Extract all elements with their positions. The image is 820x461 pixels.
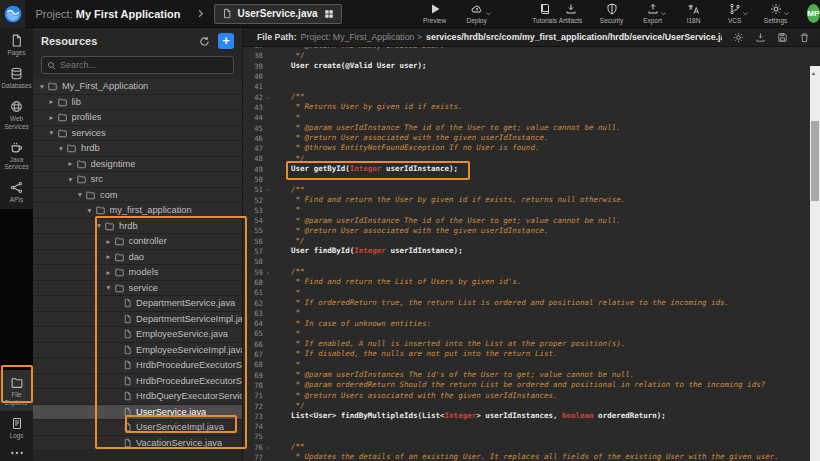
code-line-41[interactable]: 41 bbox=[243, 82, 810, 92]
code-line-42[interactable]: 42- /** bbox=[243, 92, 810, 102]
sidebar-item-apis[interactable]: APIs bbox=[0, 175, 33, 208]
tree-item-hrdbprocedureexecutorse[interactable]: HrdbProcedureExecutorSe bbox=[33, 358, 242, 374]
chevron-expanded-icon[interactable]: ▾ bbox=[47, 128, 57, 137]
code-line-67[interactable]: 67 * If disabled, the nulls are not put … bbox=[243, 349, 810, 359]
code-area[interactable]: 37 * @return The newly created User.38 *… bbox=[243, 47, 820, 461]
topbar-button-export[interactable]: Export bbox=[640, 3, 666, 24]
tree-item-service[interactable]: ▾service bbox=[33, 281, 242, 297]
topbar-button-vcs[interactable]: VCS bbox=[722, 3, 748, 24]
code-line-53[interactable]: 53 * bbox=[243, 205, 810, 215]
chevron-right-icon[interactable] bbox=[195, 8, 206, 19]
tree-item-departmentservice-java[interactable]: DepartmentService.java bbox=[33, 296, 242, 312]
topbar-button-preview[interactable]: Preview bbox=[422, 3, 448, 24]
tree-item-userservice-java[interactable]: UserService.java bbox=[33, 405, 242, 421]
chevron-expanded-icon[interactable]: ▾ bbox=[104, 283, 114, 292]
code-line-75[interactable]: 75 bbox=[243, 432, 810, 442]
code-line-65[interactable]: 65 * bbox=[243, 329, 810, 339]
code-line-51[interactable]: 51- /** bbox=[243, 185, 810, 195]
code-line-47[interactable]: 47 * @throws EntityNotFoundException If … bbox=[243, 143, 810, 153]
grid-icon[interactable] bbox=[324, 9, 334, 19]
code-line-55[interactable]: 55 * @return User associated with the gi… bbox=[243, 226, 810, 236]
tree-item-hrdbprocedureexecutorse[interactable]: HrdbProcedureExecutorSe bbox=[33, 374, 242, 390]
tree-item-hrdbqueryexecutorservice[interactable]: HrdbQueryExecutorService bbox=[33, 389, 242, 405]
code-line-52[interactable]: 52 * Find and return the User by given i… bbox=[243, 195, 810, 205]
fold-marker-icon[interactable]: - bbox=[263, 443, 273, 452]
fold-marker-icon[interactable]: - bbox=[263, 93, 273, 102]
sidebar-item-web-services[interactable]: Web Services bbox=[0, 94, 33, 134]
topbar-button-security[interactable]: Security bbox=[599, 3, 625, 24]
code-line-69[interactable]: 69 * @param userIdInstances The id's of … bbox=[243, 370, 810, 380]
save-icon[interactable] bbox=[777, 32, 788, 43]
chevron-collapsed-icon[interactable]: ▸ bbox=[104, 268, 114, 277]
tree-item-employeeservice-java[interactable]: EmployeeService.java bbox=[33, 327, 242, 343]
code-line-64[interactable]: 64 * In case of unknown entities: bbox=[243, 319, 810, 329]
tree-item-vacationservice-java[interactable]: VacationService.java bbox=[33, 436, 242, 452]
tree-item-services[interactable]: ▾services bbox=[33, 126, 242, 142]
scrollbar-thumb[interactable] bbox=[811, 121, 819, 201]
code-line-40[interactable]: 40 bbox=[243, 71, 810, 81]
code-line-70[interactable]: 70 * @param orderedReturn Should the ret… bbox=[243, 380, 810, 390]
code-line-76[interactable]: 76- /** bbox=[243, 442, 810, 452]
tree-item-controller[interactable]: ▸controller bbox=[33, 234, 242, 250]
tree-item-dao[interactable]: ▸dao bbox=[33, 250, 242, 266]
sidebar-item-item[interactable] bbox=[0, 444, 33, 461]
chevron-expanded-icon[interactable]: ▾ bbox=[37, 82, 47, 91]
editor-scrollbar[interactable]: ▴ bbox=[810, 66, 820, 461]
sidebar-item-pages[interactable]: Pages bbox=[0, 28, 33, 61]
chevron-collapsed-icon[interactable]: ▸ bbox=[47, 97, 57, 106]
search-box[interactable] bbox=[41, 56, 234, 74]
code-line-44[interactable]: 44 * bbox=[243, 113, 810, 123]
tree-item-com[interactable]: ▾com bbox=[33, 188, 242, 204]
code-line-45[interactable]: 45 * @param userIdInstance The id of the… bbox=[243, 123, 810, 133]
code-line-38[interactable]: 38 */ bbox=[243, 51, 810, 61]
tree-item-departmentserviceimpl-jav[interactable]: DepartmentServiceImpl.jav bbox=[33, 312, 242, 328]
chevron-expanded-icon[interactable]: ▾ bbox=[85, 206, 95, 215]
chevron-expanded-icon[interactable]: ▾ bbox=[56, 144, 66, 153]
sidebar-item-file-explorer[interactable]: File Explorer bbox=[0, 370, 33, 410]
topbar-button-settings[interactable]: Settings bbox=[763, 3, 789, 24]
chevron-expanded-icon[interactable]: ▾ bbox=[75, 190, 85, 199]
code-line-63[interactable]: 63 * bbox=[243, 308, 810, 318]
topbar-button-i18n[interactable]: I18N bbox=[681, 3, 707, 24]
code-line-54[interactable]: 54 * @param userIdInstance The id of the… bbox=[243, 216, 810, 226]
topbar-button-artifacts[interactable]: Artifacts bbox=[558, 3, 584, 24]
chevron-collapsed-icon[interactable]: ▸ bbox=[104, 252, 114, 261]
topbar-button-tutorials[interactable]: Tutorials bbox=[532, 3, 558, 24]
tree-item-profiles[interactable]: ▸profiles bbox=[33, 110, 242, 126]
delete-trash-icon[interactable] bbox=[799, 32, 810, 43]
code-line-72[interactable]: 72 */ bbox=[243, 401, 810, 411]
sidebar-item-java-services[interactable]: Java Services bbox=[0, 135, 33, 175]
chevron-collapsed-icon[interactable]: ▸ bbox=[47, 113, 57, 122]
add-resource-button[interactable]: + bbox=[218, 33, 234, 49]
code-line-73[interactable]: 73 List<User> findByMultipleIds(List<Int… bbox=[243, 411, 810, 421]
tree-item-src[interactable]: ▾src bbox=[33, 172, 242, 188]
code-line-59[interactable]: 59- /** bbox=[243, 267, 810, 277]
topbar-button-deploy[interactable]: Deploy bbox=[464, 3, 490, 24]
code-line-48[interactable]: 48 */ bbox=[243, 154, 810, 164]
editor-settings-gear-icon[interactable] bbox=[733, 32, 744, 43]
app-logo[interactable] bbox=[0, 0, 25, 28]
tree-item-lib[interactable]: ▸lib bbox=[33, 95, 242, 111]
code-line-39[interactable]: 39 User create(@Valid User user); bbox=[243, 61, 810, 71]
code-line-66[interactable]: 66 * If enabled, A null is inserted into… bbox=[243, 339, 810, 349]
code-line-62[interactable]: 62 * If orderedReturn true, the return L… bbox=[243, 298, 810, 308]
tree-item-userserviceimpl-java[interactable]: UserServiceImpl.java bbox=[33, 420, 242, 436]
fold-marker-icon[interactable]: - bbox=[263, 268, 273, 277]
code-line-46[interactable]: 46 * @return User associated with the gi… bbox=[243, 133, 810, 143]
code-line-61[interactable]: 61 * bbox=[243, 288, 810, 298]
search-input[interactable] bbox=[60, 60, 228, 70]
tree-item-models[interactable]: ▸models bbox=[33, 265, 242, 281]
code-line-60[interactable]: 60 * Find and return the List of Users b… bbox=[243, 277, 810, 287]
sidebar-item-databases[interactable]: Databases bbox=[0, 61, 33, 94]
tab-userservice-java[interactable]: UserService.java bbox=[214, 4, 342, 24]
tree-item-hrdb[interactable]: ▾hrdb bbox=[33, 219, 242, 235]
tree-item-employeeserviceimpl-java[interactable]: EmployeeServiceImpl.java bbox=[33, 343, 242, 359]
code-line-56[interactable]: 56 */ bbox=[243, 236, 810, 246]
code-line-68[interactable]: 68 * bbox=[243, 360, 810, 370]
chevron-collapsed-icon[interactable]: ▸ bbox=[66, 159, 76, 168]
code-line-57[interactable]: 57 User findById(Integer userIdInstance)… bbox=[243, 246, 810, 256]
fold-marker-icon[interactable]: - bbox=[263, 185, 273, 194]
tree-item-hrdb[interactable]: ▾hrdb bbox=[33, 141, 242, 157]
code-line-43[interactable]: 43 * Returns User by given id if exists. bbox=[243, 102, 810, 112]
user-avatar[interactable]: MP bbox=[807, 4, 820, 23]
